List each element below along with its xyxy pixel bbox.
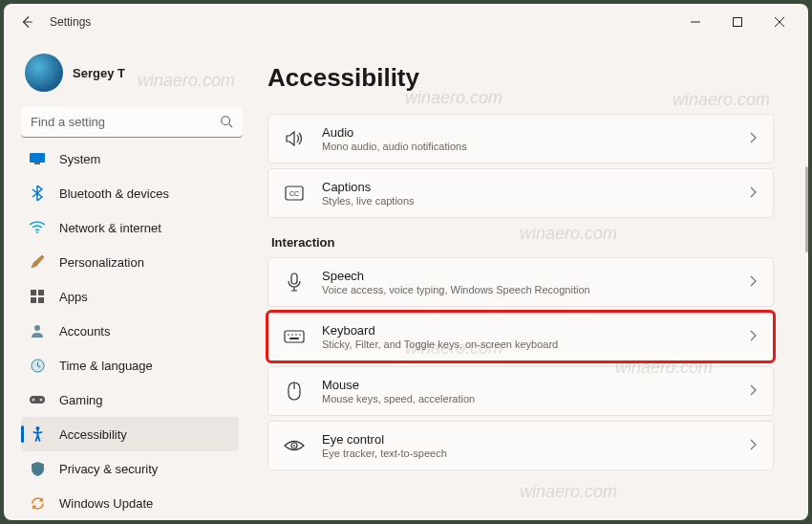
card-subtitle: Mono audio, audio notifications [322,141,733,152]
sidebar-item-accessibility[interactable]: Accessibility [21,417,239,451]
card-keyboard[interactable]: Keyboard Sticky, Filter, and Toggle keys… [267,312,774,361]
card-title: Captions [322,180,733,194]
svg-point-9 [34,325,40,331]
svg-point-22 [299,334,301,336]
nav-label: Personalization [59,255,144,270]
nav-label: Apps [59,290,88,304]
svg-text:CC: CC [289,190,299,197]
svg-rect-23 [289,338,299,339]
nav-label: Network & internet [59,221,161,235]
card-mouse[interactable]: Mouse Mouse keys, speed, acceleration [267,366,774,416]
close-button[interactable] [759,8,801,36]
profile-block[interactable]: Sergey T [21,48,243,107]
system-icon [29,150,46,167]
titlebar: Settings [4,4,808,40]
username: Sergey T [73,66,125,80]
sidebar: Sergey T System Bluetooth & devices Netw… [4,40,252,520]
nav-label: Gaming [59,393,103,407]
svg-rect-3 [34,163,40,164]
svg-point-1 [222,117,230,125]
card-title: Audio [322,125,733,140]
captions-icon: CC [284,183,305,204]
svg-rect-6 [38,290,44,295]
sidebar-item-system[interactable]: System [21,147,239,176]
svg-point-12 [32,399,35,402]
person-icon [29,322,46,339]
chevron-right-icon [750,437,758,454]
card-subtitle: Styles, live captions [322,195,733,207]
speaker-icon [284,128,305,149]
clock-icon [29,357,46,374]
card-audio[interactable]: Audio Mono audio, audio notifications [267,114,774,164]
maximize-icon [733,17,742,27]
chevron-right-icon [750,130,758,147]
card-captions[interactable]: CC Captions Styles, live captions [267,168,774,218]
card-eye-control[interactable]: Eye control Eye tracker, text-to-speech [267,421,774,470]
keyboard-icon [284,326,305,347]
nav-label: Privacy & security [59,462,158,476]
gaming-icon [29,391,46,408]
mic-icon [284,272,305,293]
apps-icon [29,288,46,305]
nav-label: System [59,152,100,166]
sidebar-item-personalization[interactable]: Personalization [21,245,239,279]
svg-point-20 [291,334,293,336]
accessibility-icon [29,426,46,443]
card-title: Eye control [322,432,733,447]
minimize-button[interactable] [674,8,716,36]
sidebar-item-privacy[interactable]: Privacy & security [21,451,239,486]
mouse-icon [284,381,305,402]
sidebar-item-windowsupdate[interactable]: Windows Update [21,486,239,520]
shield-icon [29,460,46,477]
chevron-right-icon [750,185,758,202]
maximize-button[interactable] [716,8,759,36]
chevron-right-icon [750,328,758,345]
close-icon [775,17,784,27]
nav-label: Accessibility [59,427,127,442]
sidebar-item-gaming[interactable]: Gaming [21,382,239,417]
svg-rect-11 [30,396,45,404]
nav-label: Bluetooth & devices [59,186,169,201]
window-controls [674,8,801,36]
brush-icon [29,253,46,271]
arrow-left-icon [20,15,33,29]
search-input[interactable] [21,107,243,138]
sidebar-item-accounts[interactable]: Accounts [21,314,239,348]
svg-rect-8 [38,297,44,303]
sidebar-item-time[interactable]: Time & language [21,348,239,382]
chevron-right-icon [750,382,758,400]
window-title: Settings [50,15,91,29]
card-subtitle: Mouse keys, speed, acceleration [322,393,733,404]
card-title: Keyboard [322,323,733,338]
nav: System Bluetooth & devices Network & int… [21,147,243,520]
svg-rect-7 [31,297,36,303]
search-icon [220,115,233,132]
card-speech[interactable]: Speech Voice access, voice typing, Windo… [267,257,774,307]
svg-point-21 [295,334,297,336]
svg-rect-5 [31,290,36,295]
nav-label: Time & language [59,359,153,373]
wifi-icon [29,219,46,236]
scrollbar-thumb[interactable] [805,166,808,252]
svg-point-19 [288,334,289,336]
card-title: Mouse [322,378,733,392]
eye-icon [284,435,305,456]
svg-point-13 [40,399,43,402]
section-interaction: Interaction [271,235,774,250]
card-subtitle: Voice access, voice typing, Windows Spee… [322,284,733,295]
nav-label: Windows Update [59,496,153,511]
sidebar-item-bluetooth[interactable]: Bluetooth & devices [21,176,239,210]
sidebar-item-apps[interactable]: Apps [21,279,239,314]
svg-point-27 [293,445,295,447]
chevron-right-icon [750,273,758,291]
sidebar-item-network[interactable]: Network & internet [21,210,239,245]
avatar [25,54,63,92]
svg-rect-17 [291,273,297,284]
nav-label: Accounts [59,324,110,338]
svg-rect-0 [734,18,742,27]
back-button[interactable] [11,7,42,37]
svg-rect-18 [285,331,304,342]
main-content: Accessibility Audio Mono audio, audio no… [252,40,808,520]
update-icon [29,494,46,512]
card-subtitle: Sticky, Filter, and Toggle keys, on-scre… [322,338,733,350]
